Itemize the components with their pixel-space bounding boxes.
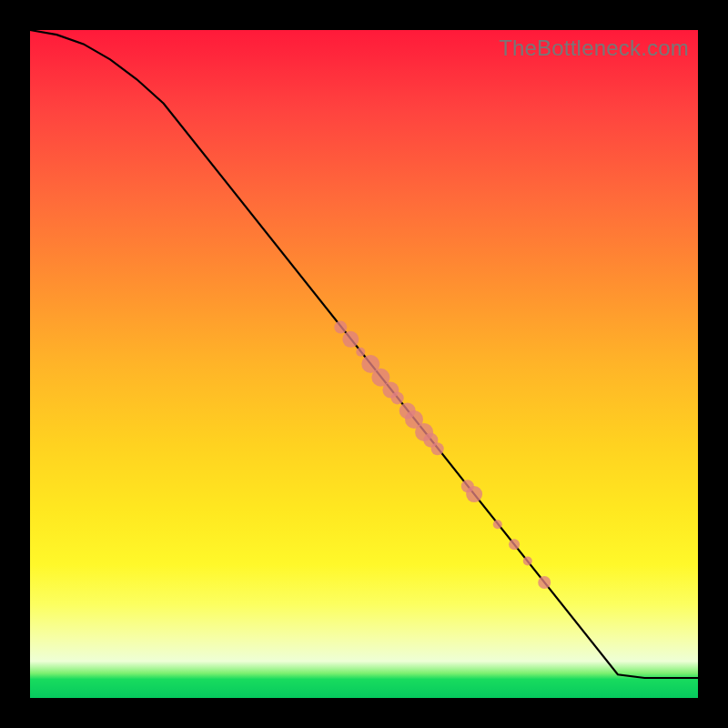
data-point-marker [431,442,444,455]
plot-area: TheBottleneck.com [30,30,698,698]
data-point-marker [493,520,502,529]
data-point-marker [509,539,520,550]
data-point-marker [523,557,532,566]
data-point-marker [538,576,551,589]
data-point-marker [466,486,482,502]
data-point-marker [356,348,365,357]
data-point-marker [334,321,347,334]
chart-svg [30,30,698,698]
chart-stage: TheBottleneck.com [0,0,728,728]
data-point-marker [391,391,404,404]
data-point-marker [342,331,359,348]
